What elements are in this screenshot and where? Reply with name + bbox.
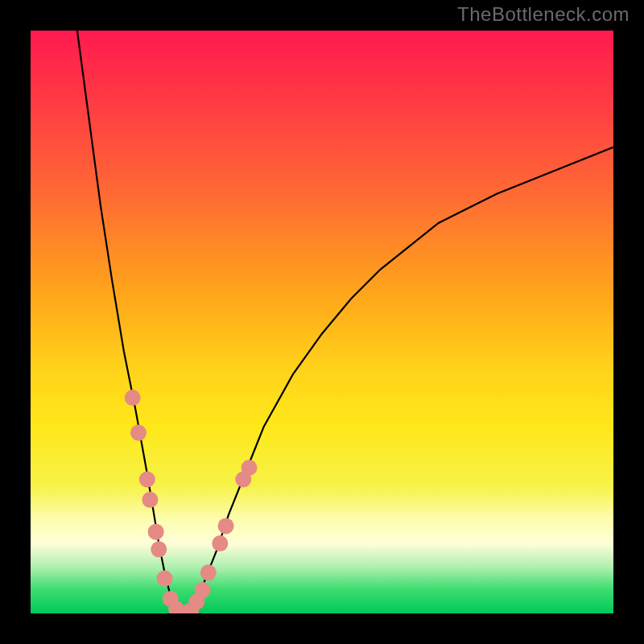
- marker-dot: [195, 582, 211, 598]
- chart-container: TheBottleneck.com: [0, 0, 644, 644]
- marker-dot: [148, 524, 164, 540]
- marker-dot: [157, 571, 173, 587]
- marker-dot: [151, 541, 167, 557]
- curve-svg: [31, 31, 613, 613]
- marker-group: [125, 390, 258, 613]
- marker-dot: [212, 535, 228, 551]
- marker-dot: [130, 425, 147, 441]
- plot-area: [31, 31, 613, 613]
- marker-dot: [139, 471, 155, 487]
- marker-dot: [218, 518, 234, 534]
- marker-dot: [242, 460, 258, 476]
- marker-dot: [125, 390, 141, 406]
- watermark-text: TheBottleneck.com: [457, 3, 630, 26]
- marker-dot: [200, 564, 217, 580]
- marker-dot: [142, 492, 158, 508]
